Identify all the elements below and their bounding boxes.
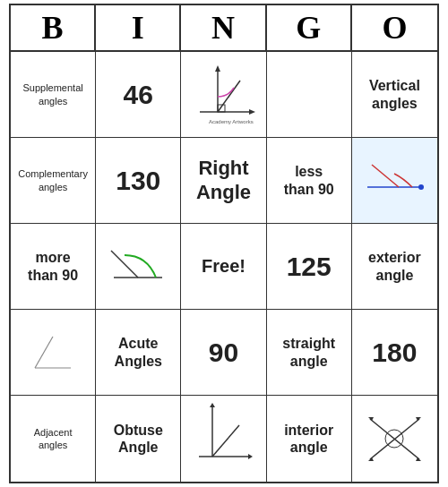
cell-r0c3: [267, 52, 352, 138]
header-b: B: [11, 5, 96, 50]
bingo-grid: Supplementalangles 46 Academy Artworks: [11, 52, 437, 482]
cell-r4c0: Adjacentangles: [11, 396, 96, 482]
svg-marker-3: [215, 65, 220, 72]
cell-r3c1: AcuteAngles: [96, 310, 181, 396]
cell-r1c2: RightAngle: [181, 138, 266, 224]
cell-r4c4: [352, 396, 437, 482]
cell-r1c1: 130: [96, 138, 181, 224]
acute-small-svg: [26, 328, 80, 377]
cell-r4c2: [181, 396, 266, 482]
svg-marker-17: [210, 403, 215, 407]
cell-r3c0: [11, 310, 96, 396]
header-i: I: [96, 5, 181, 50]
cell-r1c4: [352, 138, 437, 224]
svg-point-8: [418, 184, 424, 190]
bingo-card: B I N G O Supplementalangles 46: [9, 4, 439, 483]
cell-r4c1: ObtuseAngle: [96, 396, 181, 482]
cell-r4c3: interiorangle: [267, 396, 352, 482]
cell-r2c3: 125: [267, 224, 352, 310]
cell-r0c1: 46: [96, 52, 181, 138]
svg-marker-15: [248, 454, 253, 459]
cell-r3c2: 90: [181, 310, 266, 396]
cell-r1c0: Complementaryangles: [11, 138, 96, 224]
arc-green-svg: [107, 242, 169, 291]
obtuse-lines-svg: [194, 403, 253, 474]
header-n: N: [181, 5, 266, 50]
cell-r2c1: [96, 224, 181, 310]
cell-r2c0: morethan 90: [11, 224, 96, 310]
cell-r3c3: straightangle: [267, 310, 352, 396]
cell-r0c0: Supplementalangles: [11, 52, 96, 138]
svg-marker-1: [249, 109, 255, 115]
header-g: G: [267, 5, 352, 50]
bingo-header: B I N G O: [11, 5, 437, 52]
svg-line-13: [35, 337, 53, 368]
cell-r2c2: Free!: [181, 224, 266, 310]
angle-svg: Academy Artworks: [191, 63, 255, 127]
svg-line-9: [372, 165, 399, 187]
cell-r0c2: Academy Artworks: [181, 52, 266, 138]
obtuse-angle-svg: [363, 156, 426, 205]
cell-r2c4: exteriorangle: [352, 224, 437, 310]
cell-r0c4: Verticalangles: [352, 52, 437, 138]
cell-r3c4: 180: [352, 310, 437, 396]
cell-r1c3: lessthan 90: [267, 138, 352, 224]
cross-lines-svg: [366, 410, 424, 468]
header-o: O: [352, 5, 437, 50]
svg-line-18: [212, 425, 239, 457]
svg-text:Academy Artworks: Academy Artworks: [209, 119, 254, 124]
